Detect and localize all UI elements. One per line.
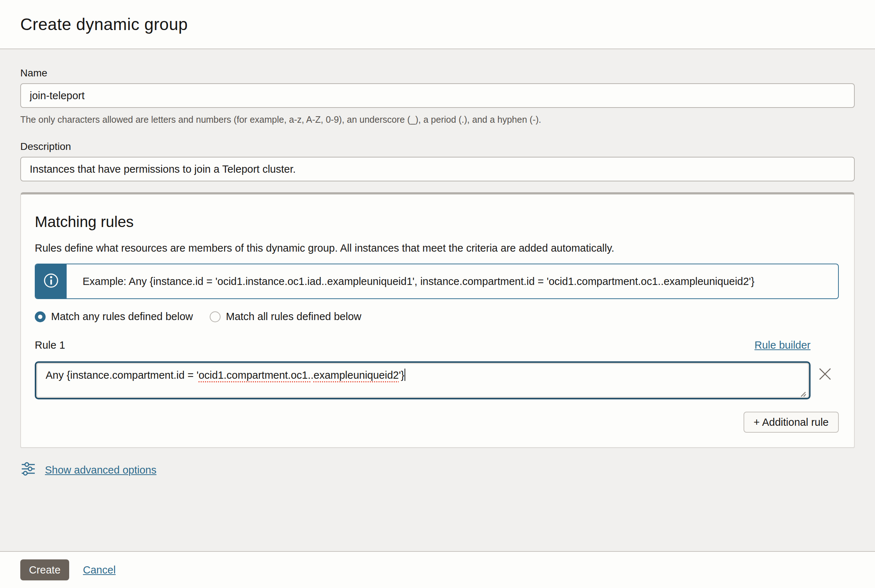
- advanced-options-row: Show advanced options: [20, 462, 855, 478]
- cancel-link[interactable]: Cancel: [83, 564, 116, 576]
- additional-rule-button[interactable]: + Additional rule: [743, 412, 839, 433]
- rule-1-textarea[interactable]: Any {instance.compartment.id = 'ocid1.co…: [35, 362, 810, 399]
- match-any-radio-option[interactable]: Match any rules defined below: [35, 310, 193, 322]
- name-input[interactable]: [20, 83, 855, 108]
- matching-rules-intro: Rules define what resources are members …: [35, 242, 839, 254]
- example-info-banner: Example: Any {instance.id = 'ocid1.insta…: [35, 264, 839, 299]
- create-button[interactable]: Create: [20, 560, 69, 580]
- rule-actions-row: + Additional rule: [35, 412, 839, 433]
- rule-1-label: Rule 1: [35, 339, 65, 351]
- name-label: Name: [20, 68, 855, 79]
- description-label: Description: [20, 141, 855, 152]
- example-text: Example: Any {instance.id = 'ocid1.insta…: [67, 264, 765, 298]
- show-advanced-options-link[interactable]: Show advanced options: [45, 464, 156, 476]
- rule-text-mid: .: [311, 369, 314, 381]
- match-mode-radio-group: Match any rules defined below Match all …: [35, 310, 839, 322]
- resize-handle-icon[interactable]: [798, 388, 807, 396]
- match-all-radio-label: Match all rules defined below: [226, 310, 362, 322]
- radio-selected-icon[interactable]: [35, 311, 46, 322]
- rule-1-block: Rule 1 Rule builder Any {instance.compar…: [35, 339, 839, 399]
- radio-unselected-icon[interactable]: [210, 311, 221, 322]
- rule-1-main: Rule 1 Rule builder Any {instance.compar…: [35, 339, 810, 399]
- rule-builder-link[interactable]: Rule builder: [754, 339, 810, 351]
- match-any-radio-label: Match any rules defined below: [51, 310, 193, 322]
- rule-text-misspelled-2: exampleuniqueid2: [314, 369, 399, 381]
- name-field-group: Name The only characters allowed are let…: [20, 68, 855, 125]
- matching-rules-card: Matching rules Rules define what resourc…: [20, 192, 855, 448]
- text-cursor: [405, 369, 405, 381]
- rule-text-prefix: Any {instance.compartment.id = ': [46, 369, 198, 381]
- rule-text-misspelled-1: ocid1.compartment.oc1.: [198, 369, 311, 381]
- rule-1-header: Rule 1 Rule builder: [35, 339, 810, 351]
- form-body: Name The only characters allowed are let…: [0, 49, 875, 551]
- description-field-group: Description: [20, 141, 855, 182]
- page-footer: Create Cancel: [0, 551, 875, 588]
- matching-rules-title: Matching rules: [35, 213, 839, 231]
- sliders-icon: [21, 462, 36, 478]
- match-all-radio-option[interactable]: Match all rules defined below: [210, 310, 362, 322]
- rule-text-suffix: '}: [399, 369, 404, 381]
- close-icon: [818, 376, 831, 382]
- remove-rule-button[interactable]: [818, 368, 831, 381]
- info-icon: [43, 273, 59, 290]
- description-input[interactable]: [20, 157, 855, 182]
- page-header: Create dynamic group: [0, 0, 875, 49]
- name-helper-text: The only characters allowed are letters …: [20, 114, 855, 125]
- page-title: Create dynamic group: [20, 15, 188, 34]
- info-badge: [36, 264, 67, 298]
